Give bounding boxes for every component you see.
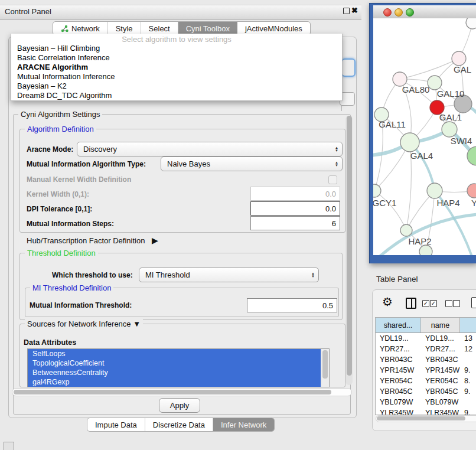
table-cell[interactable]: YDL19... (421, 333, 460, 344)
table-row[interactable]: YBR045CYBR045C9. (376, 386, 476, 397)
table-cell[interactable]: YLR345W (376, 407, 421, 415)
close-icon[interactable]: ✖ (351, 6, 358, 15)
tab-style[interactable]: Style (108, 22, 141, 35)
which-threshold-select[interactable]: MI Threshold ▲▼ (139, 268, 319, 282)
table-cell[interactable]: YDR27... (421, 344, 460, 354)
table-row[interactable]: YDR27...YDR27...12 (376, 344, 476, 354)
table-cell[interactable]: YBL079W (421, 397, 460, 407)
algorithm-option[interactable]: Bayesian – K2 (11, 81, 342, 91)
dpi-tolerance-input[interactable]: 0.0 (250, 201, 340, 216)
network-node-gal[interactable] (452, 51, 466, 66)
table-cell[interactable]: YBR043C (376, 354, 421, 365)
column-header[interactable]: shared... (376, 318, 421, 332)
tab-network[interactable]: Network (53, 22, 108, 35)
table-cell[interactable]: 8. (460, 376, 476, 386)
algorithm-option[interactable]: ARACNE Algorithm (11, 63, 342, 72)
data-attributes-list[interactable]: SelfLoopsTopologicalCoefficientBetweenne… (27, 348, 330, 387)
hub-definition-toggle[interactable]: Hub/Transcription Factor Definition ▶ (27, 236, 158, 245)
checkbox-unchecked-icon[interactable] (445, 300, 452, 307)
network-node-hap4[interactable] (427, 183, 442, 198)
tab-select[interactable]: Select (141, 22, 178, 35)
network-node-y[interactable] (467, 184, 476, 198)
table-row[interactable]: YER054CYER054C8. (376, 376, 476, 386)
table-row[interactable]: YBR043CYBR043C (376, 354, 476, 365)
table-cell[interactable] (460, 397, 476, 407)
table-cell[interactable]: YPR145W (421, 365, 460, 376)
network-node-hap2[interactable] (400, 224, 412, 236)
node-label: GAL1 (439, 112, 462, 122)
tab-cyni-toolbox[interactable]: Cyni Toolbox (178, 22, 237, 35)
table-row[interactable]: YBL079WYBL079W (376, 397, 476, 407)
network-node[interactable] (419, 245, 432, 255)
algorithm-option[interactable]: Mutual Information Inference (11, 72, 342, 81)
network-window-titlebar[interactable] (373, 5, 476, 19)
list-scrollbar[interactable] (321, 349, 329, 387)
corner-grid-icon[interactable] (4, 442, 14, 450)
focused-control-fragment (341, 58, 356, 77)
table-horizontal-scrollbar[interactable] (376, 415, 476, 422)
table-cell[interactable]: YDR27... (376, 344, 421, 354)
bottom-tabbar: Impute DataDiscretize DataInfer Network (87, 418, 275, 432)
table-cell[interactable]: 9. (460, 407, 476, 415)
network-node[interactable] (466, 18, 476, 29)
float-window-icon[interactable] (343, 8, 350, 14)
apply-button[interactable]: Apply (159, 398, 200, 413)
table-cell[interactable]: YLR345W (421, 407, 460, 415)
table-row[interactable]: YPR145WYPR145W9. (376, 365, 476, 376)
network-edge[interactable] (400, 58, 459, 79)
network-edge[interactable] (374, 191, 406, 230)
sources-title[interactable]: Sources for Network Inference ▼ (25, 319, 143, 328)
mi-steps-input[interactable]: 6 (250, 216, 340, 230)
tab-jactivemnodules[interactable]: jActiveMNodules (237, 22, 310, 35)
table-cell[interactable]: YBR045C (421, 386, 460, 397)
algorithm-option[interactable]: Dream8 DC_TDC Algorithm (11, 91, 342, 100)
tab-discretize-data[interactable]: Discretize Data (145, 418, 213, 431)
node-table[interactable]: shared...name YDL19...YDL19...13YDR27...… (375, 317, 476, 415)
algorithm-option[interactable]: Basic Correlation Inference (11, 53, 342, 63)
mi-threshold-input[interactable]: 0.5 (247, 298, 337, 312)
table-cell[interactable]: 13 (460, 333, 476, 344)
minimize-traffic-light[interactable] (395, 8, 403, 17)
table-cell[interactable]: 9. (460, 365, 476, 376)
vertical-scrollbar[interactable] (345, 116, 353, 385)
table-row[interactable]: YLR345WYLR345W9. (376, 407, 476, 415)
checkbox-checked-icon[interactable]: ✓ (430, 300, 437, 307)
network-node-gal4[interactable] (400, 133, 419, 152)
table-cell[interactable]: 9. (460, 386, 476, 397)
checkbox-checked-icon[interactable]: ✓ (422, 300, 429, 307)
table-cell[interactable]: YBR045C (376, 386, 421, 397)
column-header[interactable] (460, 318, 476, 332)
data-attribute-item[interactable]: SelfLoops (28, 349, 321, 358)
data-attribute-item[interactable]: gal4RGexp (28, 377, 321, 387)
table-cell[interactable]: 12 (460, 344, 476, 354)
split-columns-icon[interactable] (406, 298, 416, 309)
network-node-gal10[interactable] (428, 76, 442, 90)
table-cell[interactable]: YBR043C (421, 354, 460, 365)
table-cell[interactable] (460, 354, 476, 365)
checkbox-unchecked-icon[interactable] (453, 300, 460, 307)
table-cell[interactable]: YBL079W (376, 397, 421, 407)
document-icon[interactable] (471, 297, 476, 308)
algorithm-option[interactable]: Bayesian – Hill Climbing (11, 44, 342, 53)
data-attribute-item[interactable]: TopologicalCoefficient (28, 358, 321, 368)
column-header[interactable]: name (421, 318, 460, 332)
table-cell[interactable]: YDL19... (376, 333, 421, 344)
close-traffic-light[interactable] (383, 8, 392, 17)
aracne-mode-select[interactable]: Discovery ▲▼ (77, 142, 343, 156)
network-canvas[interactable]: GALGAL80GAL10GAL1GAL11SWI4GAL4GCY1HAP4YH… (373, 18, 476, 255)
mi-algorithm-type-select[interactable]: Naive Bayes ▲▼ (161, 156, 343, 171)
algorithm-dropdown[interactable]: Select algorithm to view settings Bayesi… (11, 34, 343, 101)
zoom-traffic-light[interactable] (406, 8, 414, 17)
data-attribute-item[interactable]: BetweennessCentrality (28, 368, 321, 377)
network-node-swi4[interactable] (442, 122, 457, 137)
table-cell[interactable]: YPR145W (376, 365, 421, 376)
horizontal-scrollbar[interactable] (12, 388, 352, 396)
dpi-tolerance-label: DPI Tolerance [0,1]: (27, 205, 92, 213)
table-row[interactable]: YDL19...YDL19...13 (376, 333, 476, 344)
table-cell[interactable]: YER054C (376, 376, 421, 386)
gear-icon[interactable]: ⚙ (382, 295, 393, 309)
tab-infer-network[interactable]: Infer Network (213, 418, 274, 431)
tab-impute-data[interactable]: Impute Data (87, 418, 145, 431)
table-cell[interactable]: YER054C (421, 376, 460, 386)
node-label: GAL4 (410, 151, 433, 161)
